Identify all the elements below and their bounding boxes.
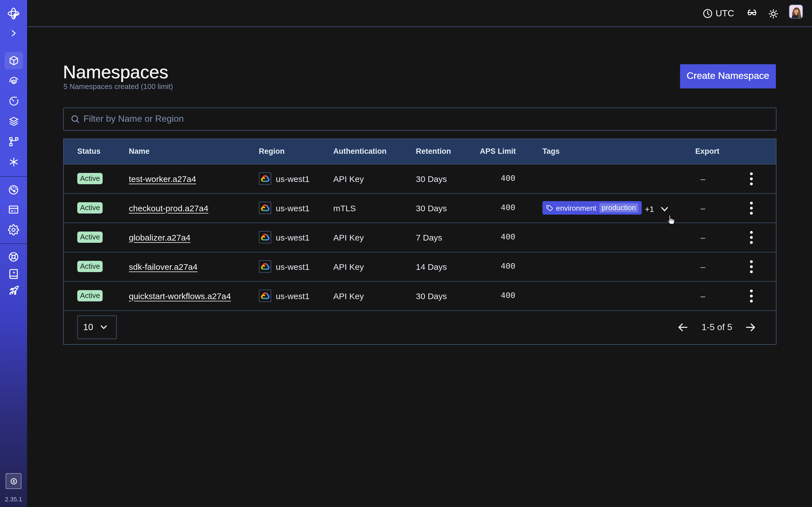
svg-text:$: $ [12, 479, 15, 483]
